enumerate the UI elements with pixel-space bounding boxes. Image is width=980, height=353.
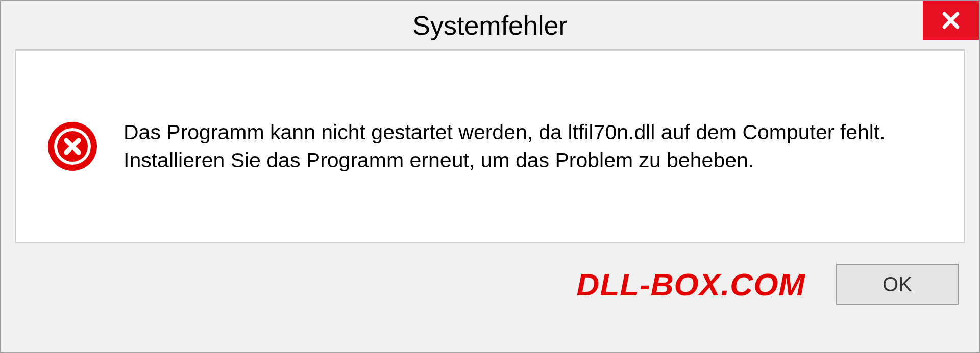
- titlebar: Systemfehler: [1, 1, 979, 49]
- error-message: Das Programm kann nicht gestartet werden…: [124, 118, 910, 175]
- footer: DLL-BOX.COM OK: [1, 243, 979, 305]
- close-icon: [941, 11, 961, 30]
- ok-button[interactable]: OK: [836, 264, 959, 305]
- dialog-title: Systemfehler: [412, 10, 567, 41]
- content-panel: Das Programm kann nicht gestartet werden…: [15, 49, 965, 243]
- close-button[interactable]: [923, 1, 979, 40]
- watermark-text: DLL-BOX.COM: [577, 266, 805, 302]
- error-icon: [47, 121, 98, 172]
